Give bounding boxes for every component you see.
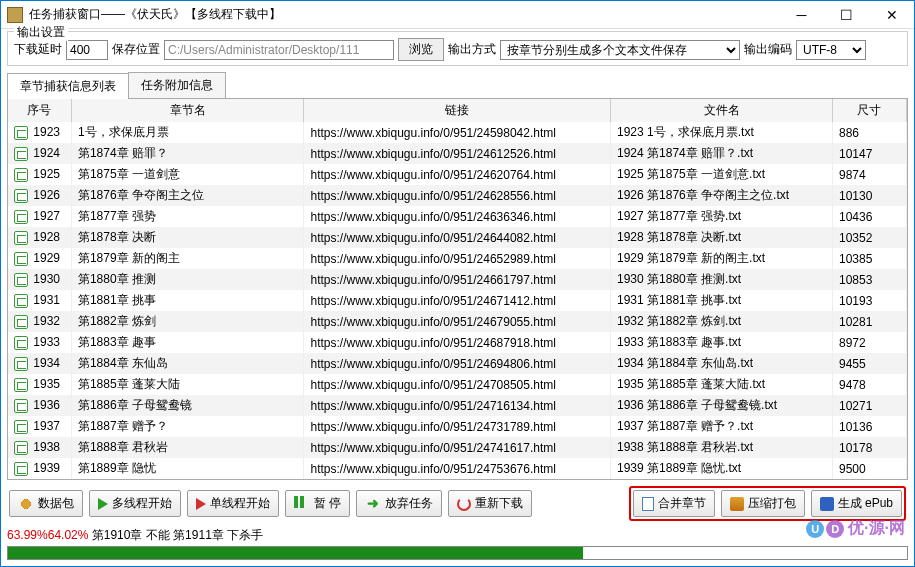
table-row[interactable]: 19231号，求保底月票https://www.xbiqugu.info/0/9… [8,122,907,143]
pause-button[interactable]: 暂 停 [285,490,350,517]
status-text: 63.99%64.02% 第1910章 不能 第1911章 下杀手 [1,527,914,546]
table-row[interactable]: 1928第1878章 决断https://www.xbiqugu.info/0/… [8,227,907,248]
tab-chapter-list[interactable]: 章节捕获信息列表 [7,73,129,99]
table-row[interactable]: 1934第1884章 东仙岛https://www.xbiqugu.info/0… [8,353,907,374]
generate-epub-button[interactable]: 生成 ePub [811,490,902,517]
compress-button[interactable]: 压缩打包 [721,490,805,517]
table-row[interactable]: 1939第1889章 隐忧https://www.xbiqugu.info/0/… [8,458,907,479]
close-button[interactable]: ✕ [869,1,914,29]
file-icon [14,126,28,140]
progress-percent-1: 63.99% [7,528,48,542]
file-icon [14,168,28,182]
browse-button[interactable]: 浏览 [398,38,444,61]
file-icon [14,336,28,350]
table-row[interactable]: 1929第1879章 新的阁主https://www.xbiqugu.info/… [8,248,907,269]
file-icon [14,357,28,371]
col-header-num[interactable]: 序号 [8,99,71,122]
export-button-group: 合并章节 压缩打包 生成 ePub [629,486,906,521]
file-icon [14,189,28,203]
minimize-button[interactable]: ─ [779,1,824,29]
window-controls: ─ ☐ ✕ [779,1,914,29]
col-header-size[interactable]: 尺寸 [832,99,906,122]
file-icon [14,399,28,413]
action-toolbar: 数据包 多线程开始 单线程开始 暂 停 ➜放弃任务 重新下载 合并章节 压缩打包… [1,480,914,527]
merge-chapters-button[interactable]: 合并章节 [633,490,715,517]
titlebar: 任务捕获窗口——《伏天氏》【多线程下载中】 ─ ☐ ✕ [1,1,914,29]
main-window: 任务捕获窗口——《伏天氏》【多线程下载中】 ─ ☐ ✕ 输出设置 下载延时 保存… [0,0,915,567]
arrow-right-icon: ➜ [365,496,381,512]
output-settings-label: 输出设置 [14,24,68,41]
table-row[interactable]: 1938第1888章 君秋岩https://www.xbiqugu.info/0… [8,437,907,458]
multithread-start-button[interactable]: 多线程开始 [89,490,181,517]
file-icon [14,147,28,161]
save-location-input[interactable] [164,40,394,60]
app-icon [7,7,23,23]
delay-input[interactable] [66,40,108,60]
table-row[interactable]: 1933第1883章 趣事https://www.xbiqugu.info/0/… [8,332,907,353]
table-row[interactable]: 1937第1887章 赠予？https://www.xbiqugu.info/0… [8,416,907,437]
delay-label: 下载延时 [14,41,62,58]
archive-icon [730,497,744,511]
redownload-button[interactable]: 重新下载 [448,490,532,517]
file-icon [14,441,28,455]
data-package-button[interactable]: 数据包 [9,490,83,517]
file-icon [14,231,28,245]
file-icon [14,210,28,224]
chapter-table[interactable]: 序号 章节名 链接 文件名 尺寸 19231号，求保底月票https://www… [7,99,908,480]
file-icon [14,462,28,476]
file-icon [14,294,28,308]
maximize-button[interactable]: ☐ [824,1,869,29]
file-icon [14,273,28,287]
encoding-label: 输出编码 [744,41,792,58]
progress-bar [7,546,908,560]
table-row[interactable]: 1924第1874章 赔罪？https://www.xbiqugu.info/0… [8,143,907,164]
progress-percent-2: 64.02% [48,528,89,542]
output-mode-label: 输出方式 [448,41,496,58]
tab-extra-info[interactable]: 任务附加信息 [128,72,226,98]
table-row[interactable]: 1932第1882章 炼剑https://www.xbiqugu.info/0/… [8,311,907,332]
singlethread-start-button[interactable]: 单线程开始 [187,490,279,517]
document-icon [642,497,654,511]
progress-fill [8,547,583,559]
epub-icon [820,497,834,511]
table-row[interactable]: 1931第1881章 挑事https://www.xbiqugu.info/0/… [8,290,907,311]
file-icon [14,378,28,392]
col-header-file[interactable]: 文件名 [611,99,833,122]
abandon-button[interactable]: ➜放弃任务 [356,490,442,517]
file-icon [14,252,28,266]
window-title: 任务捕获窗口——《伏天氏》【多线程下载中】 [29,6,779,23]
table-row[interactable]: 1925第1875章 一道剑意https://www.xbiqugu.info/… [8,164,907,185]
gear-icon [18,496,34,512]
play-red-icon [196,498,206,510]
file-icon [14,315,28,329]
pause-icon [294,496,310,512]
table-row[interactable]: 1930第1880章 推测https://www.xbiqugu.info/0/… [8,269,907,290]
table-row[interactable]: 1926第1876章 争夺阁主之位https://www.xbiqugu.inf… [8,185,907,206]
col-header-link[interactable]: 链接 [304,99,611,122]
output-mode-select[interactable]: 按章节分别生成多个文本文件保存 [500,40,740,60]
col-header-name[interactable]: 章节名 [71,99,304,122]
reload-icon [457,497,471,511]
play-green-icon [98,498,108,510]
encoding-select[interactable]: UTF-8 [796,40,866,60]
save-location-label: 保存位置 [112,41,160,58]
tab-bar: 章节捕获信息列表 任务附加信息 [7,72,908,99]
table-row[interactable]: 1927第1877章 强势https://www.xbiqugu.info/0/… [8,206,907,227]
file-icon [14,420,28,434]
table-row[interactable]: 1935第1885章 蓬莱大陆https://www.xbiqugu.info/… [8,374,907,395]
table-row[interactable]: 1936第1886章 子母鸳鸯镜https://www.xbiqugu.info… [8,395,907,416]
status-chapter-text: 第1910章 不能 第1911章 下杀手 [88,528,263,542]
output-settings-group: 输出设置 下载延时 保存位置 浏览 输出方式 按章节分别生成多个文本文件保存 输… [7,31,908,66]
